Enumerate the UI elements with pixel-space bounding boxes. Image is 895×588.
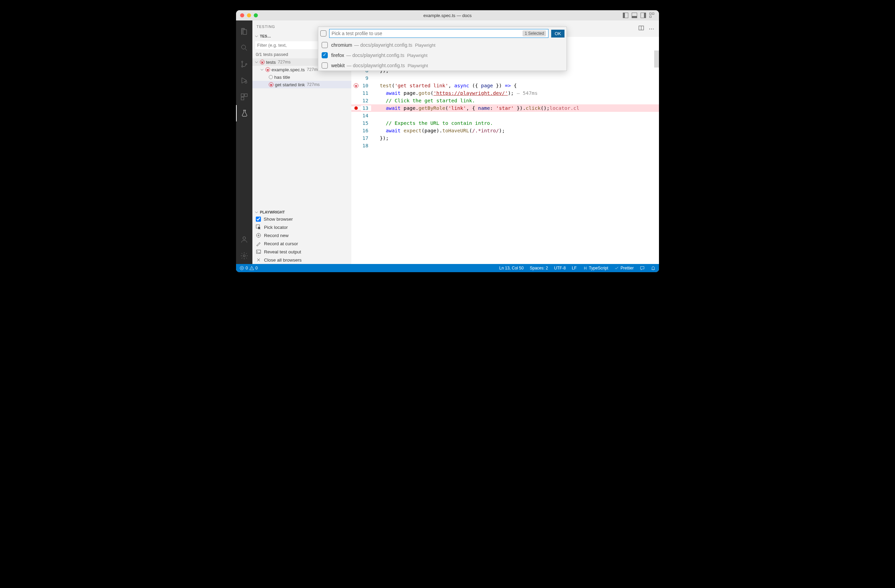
- maximize-window-button[interactable]: [254, 13, 258, 17]
- scrollbar[interactable]: [654, 50, 659, 68]
- accounts-icon[interactable]: [236, 231, 252, 248]
- profile-checkbox[interactable]: [322, 52, 328, 58]
- window-title: example.spec.ts — docs: [423, 13, 472, 18]
- extensions-icon[interactable]: [236, 89, 252, 105]
- select-all-checkbox[interactable]: [320, 30, 326, 36]
- explorer-icon[interactable]: [236, 23, 252, 39]
- svg-point-0: [241, 45, 246, 49]
- svg-point-4: [245, 81, 247, 83]
- error-gutter-icon[interactable]: [354, 83, 358, 88]
- prettier-button[interactable]: Prettier: [614, 266, 634, 270]
- breakpoint-icon[interactable]: [354, 106, 358, 110]
- profile-item-firefox[interactable]: firefox — docs/playwright.config.tsPlayw…: [318, 50, 567, 61]
- show-browser-checkbox[interactable]: [256, 217, 261, 222]
- ok-button[interactable]: OK: [551, 30, 564, 38]
- svg-point-8: [243, 237, 246, 239]
- problems-button[interactable]: 0 0: [240, 266, 258, 270]
- svg-point-3: [246, 64, 247, 65]
- pick-locator-button[interactable]: Pick locator: [252, 223, 351, 231]
- svg-point-9: [243, 255, 245, 257]
- svg-rect-7: [241, 97, 244, 100]
- customize-layout-icon[interactable]: [649, 13, 655, 18]
- settings-icon[interactable]: [236, 248, 252, 264]
- toggle-panel-icon[interactable]: [632, 13, 637, 18]
- notifications-icon[interactable]: [651, 266, 655, 270]
- record-new-icon: [256, 233, 261, 238]
- reveal-output-button[interactable]: Reveal test output: [252, 248, 351, 256]
- activity-bar: [236, 20, 252, 264]
- status-bar: 0 0 Ln 13, Col 50 Spaces: 2 UTF-8 LF Typ…: [236, 264, 659, 272]
- show-browser-toggle[interactable]: Show browser: [252, 215, 351, 223]
- close-window-button[interactable]: [240, 13, 244, 17]
- pick-locator-icon: [256, 224, 261, 230]
- minimize-window-button[interactable]: [247, 13, 251, 17]
- svg-rect-5: [241, 94, 244, 97]
- toggle-secondary-sidebar-icon[interactable]: [640, 13, 646, 18]
- svg-rect-6: [244, 94, 247, 97]
- selected-count-badge: 1 Selected: [523, 30, 546, 36]
- record-new-button[interactable]: Record new: [252, 231, 351, 239]
- profile-item-webkit[interactable]: webkit — docs/playwright.config.tsPlaywr…: [318, 61, 567, 71]
- titlebar: example.spec.ts — docs: [236, 10, 659, 20]
- record-cursor-icon: [256, 241, 261, 246]
- encoding-button[interactable]: UTF-8: [554, 266, 566, 270]
- search-icon[interactable]: [236, 39, 252, 56]
- error-icon: [269, 82, 273, 87]
- run-debug-icon[interactable]: [236, 72, 252, 89]
- record-at-cursor-button[interactable]: Record at cursor: [252, 239, 351, 248]
- chevron-down-icon[interactable]: [255, 210, 259, 214]
- svg-point-1: [241, 61, 243, 62]
- profile-list: chromium — docs/playwright.config.tsPlay…: [318, 40, 567, 71]
- profile-item-chromium[interactable]: chromium — docs/playwright.config.tsPlay…: [318, 40, 567, 50]
- indentation-button[interactable]: Spaces: 2: [530, 266, 548, 270]
- source-control-icon[interactable]: [236, 56, 252, 72]
- close-icon: [256, 257, 261, 263]
- error-icon: [265, 67, 270, 72]
- split-editor-icon[interactable]: [639, 25, 644, 32]
- terminal-icon: [256, 249, 261, 255]
- quick-pick-dialog: 1 Selected OK chromium — docs/playwright…: [318, 27, 567, 71]
- eol-button[interactable]: LF: [572, 266, 577, 270]
- profile-checkbox[interactable]: [322, 62, 328, 68]
- editor-more-icon[interactable]: ⋯: [649, 26, 655, 32]
- not-run-icon: [269, 75, 273, 79]
- feedback-icon[interactable]: [640, 266, 645, 270]
- profile-checkbox[interactable]: [322, 42, 328, 48]
- profile-search-input[interactable]: [332, 31, 523, 36]
- chevron-down-icon[interactable]: [255, 34, 259, 38]
- panel-title: TESTING: [256, 24, 275, 29]
- cursor-position[interactable]: Ln 13, Col 50: [499, 266, 523, 270]
- toggle-primary-sidebar-icon[interactable]: [623, 13, 628, 18]
- tree-row-get-started[interactable]: get started link 727ms: [252, 81, 351, 88]
- svg-point-2: [241, 66, 243, 67]
- playwright-section-label: PLAYWRIGHT: [260, 210, 349, 214]
- tree-row-has-title[interactable]: has title: [252, 73, 351, 81]
- close-browsers-button[interactable]: Close all browsers: [252, 256, 351, 264]
- error-icon: [260, 60, 265, 64]
- language-mode-button[interactable]: TypeScript: [583, 266, 608, 270]
- testing-icon[interactable]: [236, 105, 252, 121]
